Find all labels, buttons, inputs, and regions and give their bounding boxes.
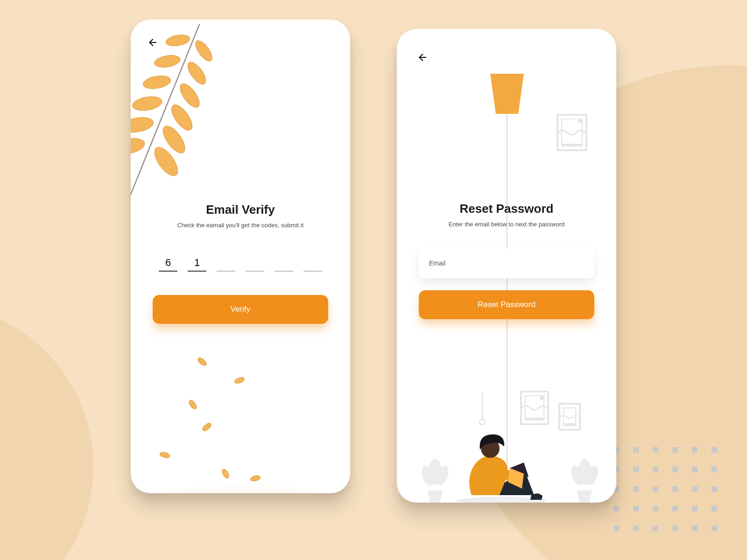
page-title: Email Verify xyxy=(131,203,350,217)
svg-point-12 xyxy=(197,357,208,367)
svg-point-25 xyxy=(584,464,600,487)
svg-point-14 xyxy=(188,399,197,410)
svg-point-18 xyxy=(250,475,261,482)
picture-frame-illustration xyxy=(520,391,549,425)
otp-input-group xyxy=(131,255,350,272)
page-title: Reset Password xyxy=(397,202,616,216)
email-field[interactable] xyxy=(428,259,585,267)
email-input-card xyxy=(419,248,594,278)
svg-point-24 xyxy=(569,464,585,487)
otp-digit-1[interactable] xyxy=(159,255,177,272)
plant-illustration xyxy=(566,448,603,503)
svg-point-15 xyxy=(201,422,212,432)
svg-point-20 xyxy=(429,459,442,485)
reset-password-button[interactable]: Reset Password xyxy=(419,290,594,319)
lamp-cord-illustration xyxy=(479,393,486,430)
person-reading-illustration xyxy=(455,425,553,503)
page-subtitle: Enter the email below to next the passwo… xyxy=(397,221,616,228)
otp-digit-2[interactable] xyxy=(188,255,206,272)
svg-point-17 xyxy=(221,468,230,479)
otp-digit-5[interactable] xyxy=(275,255,293,272)
reset-password-screen: Reset Password Enter the email below to … xyxy=(397,29,616,503)
otp-digit-3[interactable] xyxy=(217,255,235,272)
svg-point-21 xyxy=(420,464,436,487)
svg-point-22 xyxy=(435,464,451,487)
page-subtitle: Check the eamail you'll get the codes, s… xyxy=(131,222,350,229)
svg-point-16 xyxy=(159,451,170,459)
verify-button[interactable]: Verify xyxy=(153,295,328,324)
svg-point-27 xyxy=(481,439,500,458)
otp-digit-6[interactable] xyxy=(303,255,322,272)
otp-digit-4[interactable] xyxy=(246,255,264,272)
svg-point-23 xyxy=(578,459,591,485)
svg-point-28 xyxy=(479,419,485,425)
svg-point-13 xyxy=(234,376,245,385)
picture-frame-illustration xyxy=(558,403,581,431)
plant-illustration xyxy=(416,448,454,503)
email-verify-screen: Email Verify Check the eamail you'll get… xyxy=(131,20,350,493)
svg-point-26 xyxy=(456,497,547,503)
ground-illustration xyxy=(131,449,350,493)
